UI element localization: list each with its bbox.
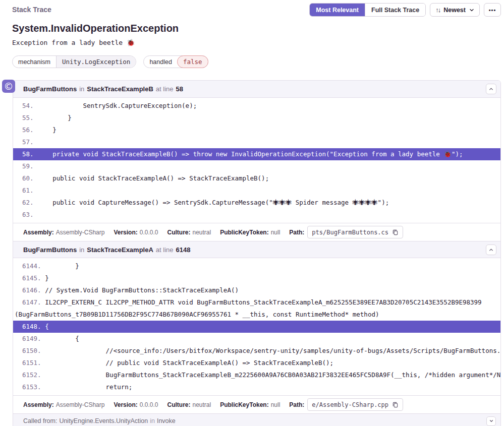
chevron-up-icon — [488, 247, 494, 253]
chevron-down-icon — [489, 418, 494, 423]
assembly-field-value: neutral — [192, 229, 211, 236]
copy-icon — [392, 229, 399, 235]
frame-module: BugFarmButtons — [23, 85, 77, 93]
section-label: Stack Trace — [12, 3, 51, 14]
assembly-field-value: 0.0.0.0 — [140, 229, 158, 236]
line-number: 57. — [22, 138, 34, 146]
assembly-path-text: pts/BugFarmButtons.cs — [312, 229, 388, 236]
assembly-field-label: Assembly: — [23, 401, 54, 408]
called-from-function: Invoke — [157, 417, 176, 424]
assembly-path: Path: pts/BugFarmButtons.cs — [289, 226, 403, 238]
line-number: 55. — [22, 114, 34, 121]
stack-trace-section: © BugFarmButtons in StackTraceExampleB a… — [13, 80, 501, 426]
code-line: 62. public void CaptureMessage() => Sent… — [13, 197, 500, 209]
code-line: 60. public void StackTraceExampleA() => … — [13, 172, 500, 185]
line-number: 6146. — [22, 286, 41, 294]
view-toggle-most-relevant[interactable]: Most Relevant — [310, 4, 365, 16]
line-number: 61. — [22, 187, 34, 194]
chevron-down-icon — [469, 8, 474, 13]
called-from-module: UnityEngine.Events.UnityAction — [59, 417, 148, 424]
code-line: 55. } — [13, 112, 500, 124]
assembly-info-row: Assembly:Assembly-CSharpVersion:0.0.0.0C… — [13, 395, 500, 413]
assembly-field-value: Assembly-CSharp — [56, 229, 105, 236]
chevron-up-icon — [488, 86, 494, 92]
code-line: 6144. } — [13, 260, 500, 272]
code-line-highlighted: 6148. { — [13, 321, 500, 333]
page-title: System.InvalidOperationException — [12, 23, 504, 34]
tags-row: mechanismUnity.LogExceptionhandledfalse — [12, 55, 504, 68]
line-number: 59. — [22, 162, 34, 170]
assembly-field-value: null — [271, 229, 281, 236]
sort-arrows-icon: ↑↓ — [435, 6, 440, 14]
line-number: 6148. — [22, 323, 41, 330]
assembly-field-label: Version: — [114, 401, 137, 408]
tag-pill-mechanism[interactable]: mechanismUnity.LogException — [12, 55, 136, 68]
tag-key: handled — [144, 56, 178, 68]
view-toggle-full-stack-trace[interactable]: Full Stack Trace — [365, 4, 425, 16]
line-number: 6145. — [22, 274, 41, 282]
top-bar: Stack Trace Most RelevantFull Stack Trac… — [0, 0, 504, 17]
frame-atline-label: at line — [156, 246, 174, 254]
assembly-field-label: Culture: — [167, 401, 190, 408]
line-number: 54. — [22, 102, 34, 109]
tag-value: Unity.LogException — [56, 56, 136, 68]
code-line: 61. — [13, 185, 500, 197]
assembly-field: Version:0.0.0.0 — [114, 229, 158, 236]
code-line: 56. } — [13, 124, 500, 136]
line-number: 6147. — [22, 298, 41, 306]
tag-pill-handled[interactable]: handledfalse — [143, 55, 208, 68]
frame-module: BugFarmButtons — [23, 246, 77, 254]
line-number: 6152. — [22, 371, 41, 379]
frame-header[interactable]: BugFarmButtons in StackTraceExampleB at … — [13, 81, 500, 98]
assembly-field: Assembly:Assembly-CSharp — [23, 229, 104, 236]
line-number: 58. — [22, 150, 34, 158]
code-line: 57. — [13, 136, 500, 148]
code-line: 6146. // System.Void BugFarmButtons::Sta… — [13, 284, 500, 296]
frame-in-label: in — [79, 85, 84, 93]
ellipsis-icon: ••• — [489, 7, 496, 13]
code-line: 6149. { — [13, 333, 500, 345]
line-number: 6150. — [22, 347, 41, 354]
code-line: 59. — [13, 160, 500, 172]
assembly-field: Culture:neutral — [167, 401, 211, 408]
line-number: 6144. — [22, 262, 41, 270]
line-number: 56. — [22, 126, 34, 134]
assembly-field-label: Version: — [114, 229, 137, 236]
code-line: (BugFarmButtons_t7B09B1D11756DB2F95C774B… — [13, 309, 500, 321]
line-number: 60. — [22, 174, 34, 182]
exception-message: Exception from a lady beetle 🐞 — [12, 39, 504, 46]
assembly-path-text: e/Assembly-CSharp.cpp — [312, 401, 388, 408]
more-options-button[interactable]: ••• — [484, 3, 501, 17]
assembly-field: Assembly:Assembly-CSharp — [23, 401, 104, 408]
frame-line-number: 6148 — [176, 246, 191, 254]
assembly-info-row: Assembly:Assembly-CSharpVersion:0.0.0.0C… — [13, 223, 500, 241]
code-line: 54. SentrySdk.CaptureException(e); — [13, 100, 500, 112]
assembly-field-value: null — [271, 401, 281, 408]
stack-frame: BugFarmButtons in StackTraceExampleA at … — [13, 241, 500, 413]
assembly-path-box[interactable]: e/Assembly-CSharp.cpp — [307, 398, 403, 411]
collapse-frame-button[interactable] — [486, 84, 496, 94]
frame-function: StackTraceExampleA — [87, 246, 153, 254]
code-line: 6147. IL2CPP_EXTERN_C IL2CPP_METHOD_ATTR… — [13, 296, 500, 309]
assembly-path-box[interactable]: pts/BugFarmButtons.cs — [307, 226, 403, 238]
sort-button[interactable]: ↑↓ Newest — [430, 3, 480, 17]
collapse-frame-button[interactable] — [486, 245, 496, 255]
csharp-icon: © — [2, 80, 15, 93]
assembly-field-value: neutral — [192, 401, 211, 408]
assembly-field: PublicKeyToken:null — [220, 401, 280, 408]
code-line: 6151. // public void StackTraceExampleA(… — [13, 357, 500, 369]
assembly-field: PublicKeyToken:null — [220, 229, 280, 236]
code-line-highlighted: 58. private void StackTraceExampleB() =>… — [13, 148, 500, 160]
tag-key: mechanism — [13, 56, 56, 68]
assembly-field: Version:0.0.0.0 — [114, 401, 158, 408]
code-line: 6145. } — [13, 272, 500, 284]
code-line: 6153. return; — [13, 381, 500, 393]
frame-header[interactable]: BugFarmButtons in StackTraceExampleA at … — [13, 241, 500, 258]
expand-called-from-button[interactable] — [486, 416, 496, 426]
code-block: 6144. }6145. }6146. // System.Void BugFa… — [13, 258, 500, 395]
code-line: 63. — [13, 209, 500, 221]
called-from-in-label: in — [150, 417, 155, 424]
stack-trace-container: BugFarmButtons in StackTraceExampleB at … — [13, 80, 501, 426]
code-block: 54. SentrySdk.CaptureException(e);55. }5… — [13, 98, 500, 223]
assembly-field-label: PublicKeyToken: — [220, 229, 268, 236]
